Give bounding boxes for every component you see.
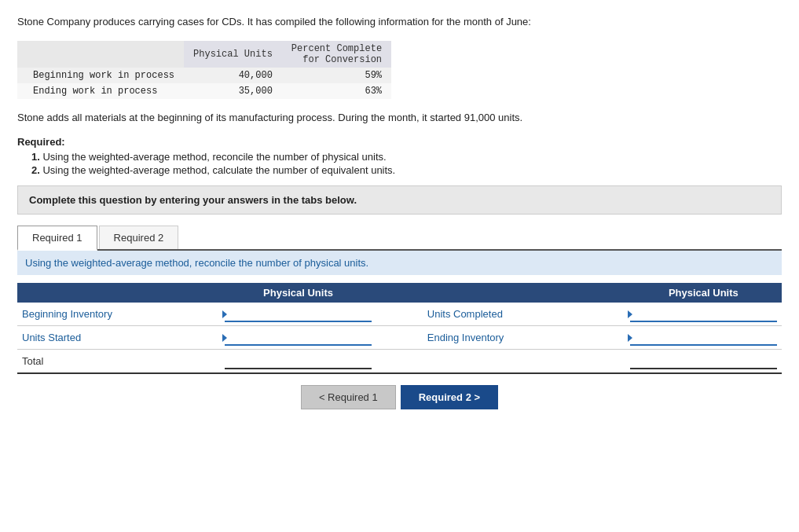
table-row: Units Started Ending Inventory — [17, 326, 782, 350]
units-started-input-cell[interactable] — [220, 326, 376, 350]
row-beginning-label: Beginning work in process — [17, 68, 184, 83]
prev-button-label: < Required 1 — [319, 391, 378, 403]
ending-inventory-input-cell[interactable] — [625, 326, 782, 350]
prev-button[interactable]: < Required 1 — [301, 385, 396, 409]
info-table: Physical Units Percent Completefor Conve… — [17, 41, 391, 99]
units-started-input[interactable] — [225, 329, 372, 346]
col-header-label-right — [423, 283, 625, 303]
total-right-label-empty — [423, 350, 625, 374]
ending-inventory-input[interactable] — [630, 329, 777, 346]
tab-required-2[interactable]: Required 2 — [99, 226, 179, 249]
nav-buttons: < Required 1 Required 2 > — [17, 385, 782, 409]
total-right-input[interactable] — [630, 353, 777, 369]
next-button-label: Required 2 > — [419, 391, 480, 403]
gap-cell-3 — [376, 350, 423, 374]
tab-content: Using the weighted-average method, recon… — [17, 251, 782, 409]
tabs-area: Required 1 Required 2 Using the weighted… — [17, 226, 782, 409]
beg-inventory-input-cell[interactable] — [220, 303, 376, 326]
gap-cell-1 — [376, 303, 423, 326]
table-row: Beginning Inventory Units Completed — [17, 303, 782, 326]
total-left-input-cell[interactable] — [220, 350, 376, 374]
total-label: Total — [17, 350, 220, 374]
required-item-1: 1. Using the weighted-average method, re… — [31, 151, 782, 163]
required-title: Required: — [17, 136, 782, 148]
col-header-phys-right: Physical Units — [625, 283, 782, 303]
row-ending-label: Ending work in process — [17, 83, 184, 99]
units-completed-label: Units Completed — [423, 303, 625, 326]
row-beginning-units: 40,000 — [184, 68, 282, 83]
tab-instruction: Using the weighted-average method, recon… — [17, 251, 782, 275]
reconcile-table: Physical Units Physical Units Beginning … — [17, 283, 782, 374]
row-beginning-pct: 59% — [282, 68, 391, 83]
ending-inventory-label: Ending Inventory — [423, 326, 625, 350]
row-ending-pct: 63% — [282, 83, 391, 99]
required-section: Required: 1. Using the weighted-average … — [17, 136, 782, 176]
col-gap — [376, 283, 423, 303]
required-item-2: 2. Using the weighted-average method, ca… — [31, 164, 782, 176]
tab-required-1[interactable]: Required 1 — [17, 226, 97, 251]
row-ending-units: 35,000 — [184, 83, 282, 99]
units-started-label: Units Started — [17, 326, 220, 350]
intro-text: Stone Company produces carrying cases fo… — [17, 14, 782, 30]
units-completed-input[interactable] — [630, 306, 777, 322]
table-row-total: Total — [17, 350, 782, 374]
total-right-input-cell[interactable] — [625, 350, 782, 374]
col-header-phys-left: Physical Units — [220, 283, 376, 303]
units-completed-input-cell[interactable] — [625, 303, 782, 326]
col-header-label-left — [17, 283, 220, 303]
tabs-row: Required 1 Required 2 — [17, 226, 782, 251]
beg-inventory-input[interactable] — [225, 306, 372, 322]
gap-cell-2 — [376, 326, 423, 350]
total-left-input[interactable] — [225, 353, 372, 369]
next-button[interactable]: Required 2 > — [401, 385, 498, 409]
beg-inventory-label: Beginning Inventory — [17, 303, 220, 326]
second-para: Stone adds all materials at the beginnin… — [17, 110, 782, 126]
complete-banner: Complete this question by entering your … — [17, 185, 782, 215]
